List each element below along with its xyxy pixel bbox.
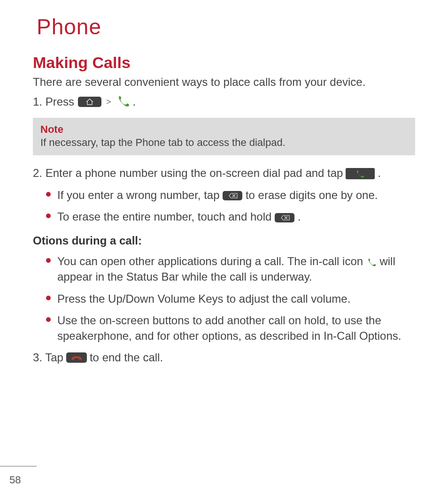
step-2: 2. Enter a phone number using the on-scr… <box>33 166 415 181</box>
sub2a-text1: If you enter a wrong number, tap <box>57 189 220 201</box>
backspace-icon <box>223 191 242 200</box>
breadcrumb-separator: > <box>106 96 111 107</box>
list-item: You can open other applications during a… <box>57 254 415 285</box>
home-key-icon <box>78 97 101 107</box>
step3-text-b: to end the call. <box>90 350 163 365</box>
footer-rule <box>0 466 37 466</box>
list-item: If you enter a wrong number, tap to eras… <box>57 188 415 203</box>
sub2b-text1: To erase the entire number, touch and ho… <box>57 210 271 223</box>
in-call-status-icon <box>366 254 377 269</box>
step2-sublist: If you enter a wrong number, tap to eras… <box>33 188 415 225</box>
sub2b-end: . <box>298 210 301 223</box>
note-box: Note If necessary, tap the Phone tab to … <box>33 118 415 155</box>
call-button-icon <box>346 168 375 179</box>
step2-text-a: 2. Enter a phone number using the on-scr… <box>33 166 343 181</box>
phone-app-icon <box>116 95 130 109</box>
options-list: You can open other applications during a… <box>33 254 415 344</box>
step-1: 1. Press > . <box>33 94 415 109</box>
page-title: Phone <box>37 14 415 39</box>
step3-text-a: 3. Tap <box>33 350 63 365</box>
page-number: 58 <box>9 474 21 486</box>
options-heading: Otions during a call: <box>33 234 415 247</box>
step2-end: . <box>378 166 381 181</box>
list-item: To erase the entire number, touch and ho… <box>57 209 415 224</box>
list-item: Press the Up/Down Volume Keys to adjust … <box>57 291 415 306</box>
list-item: Use the on-screen buttons to add another… <box>57 313 415 344</box>
note-label: Note <box>40 123 408 136</box>
opt-a-text1: You can open other applications during a… <box>57 255 363 267</box>
step1-end: . <box>133 94 136 109</box>
sub2a-text2: to erase digits one by one. <box>246 189 378 201</box>
opt-b-text: Press the Up/Down Volume Keys to adjust … <box>57 292 350 305</box>
note-text: If necessary, tap the Phone tab to acces… <box>40 137 286 148</box>
section-heading: Making Calls <box>33 53 415 72</box>
backspace-icon <box>275 213 294 222</box>
section-intro: There are several convenient ways to pla… <box>33 76 415 89</box>
opt-c-text: Use the on-screen buttons to add another… <box>57 314 401 342</box>
step1-text-a: 1. Press <box>33 94 74 109</box>
step-3: 3. Tap to end the call. <box>33 350 415 365</box>
end-call-icon <box>66 352 87 363</box>
